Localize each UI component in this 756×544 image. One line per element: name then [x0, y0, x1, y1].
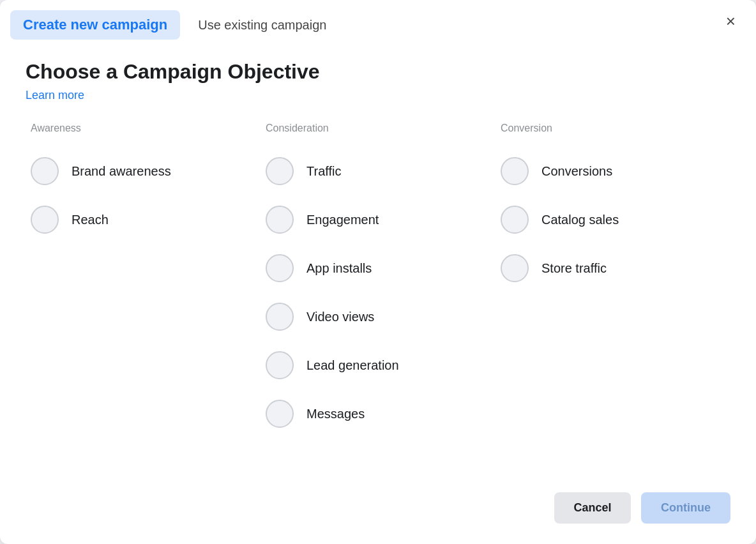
learn-more-link[interactable]: Learn more: [26, 89, 730, 102]
option-lead-generation[interactable]: Lead generation: [261, 344, 495, 387]
option-label-engagement: Engagement: [306, 213, 379, 227]
option-store-traffic[interactable]: Store traffic: [495, 246, 730, 290]
cancel-button[interactable]: Cancel: [554, 492, 631, 524]
radio-reach[interactable]: [31, 206, 59, 234]
dialog-body: Choose a Campaign Objective Learn more A…: [0, 40, 756, 477]
close-button[interactable]: ×: [721, 10, 741, 32]
dialog-header: Create new campaign Use existing campaig…: [0, 0, 756, 40]
option-label-traffic: Traffic: [306, 164, 341, 179]
option-traffic[interactable]: Traffic: [261, 149, 495, 193]
option-label-conversions: Conversions: [541, 164, 612, 179]
radio-lead-generation[interactable]: [266, 351, 294, 379]
column-awareness: Awareness Brand awareness Reach: [26, 123, 261, 462]
column-conversion: Conversion Conversions Catalog sales Sto…: [495, 123, 730, 462]
option-label-app-installs: App installs: [306, 261, 372, 276]
option-label-catalog-sales: Catalog sales: [541, 213, 619, 227]
option-label-messages: Messages: [306, 407, 365, 421]
column-title-conversion: Conversion: [495, 123, 730, 134]
option-engagement[interactable]: Engagement: [261, 198, 495, 241]
option-reach[interactable]: Reach: [26, 198, 261, 241]
option-label-reach: Reach: [72, 213, 109, 227]
column-title-awareness: Awareness: [26, 123, 261, 134]
radio-video-views[interactable]: [266, 303, 294, 331]
option-catalog-sales[interactable]: Catalog sales: [495, 198, 730, 241]
create-campaign-dialog: Create new campaign Use existing campaig…: [0, 0, 756, 544]
radio-app-installs[interactable]: [266, 254, 294, 282]
radio-conversions[interactable]: [501, 157, 529, 185]
option-label-store-traffic: Store traffic: [541, 261, 607, 276]
radio-store-traffic[interactable]: [501, 254, 529, 282]
column-consideration: Consideration Traffic Engagement App ins…: [261, 123, 495, 462]
objectives-grid: Awareness Brand awareness Reach Consider…: [26, 123, 730, 462]
radio-engagement[interactable]: [266, 206, 294, 234]
radio-brand-awareness[interactable]: [31, 157, 59, 185]
radio-messages[interactable]: [266, 400, 294, 428]
section-title: Choose a Campaign Objective: [26, 60, 730, 84]
continue-button[interactable]: Continue: [641, 492, 730, 524]
dialog-footer: Cancel Continue: [0, 477, 756, 544]
radio-catalog-sales[interactable]: [501, 206, 529, 234]
option-label-lead-generation: Lead generation: [306, 358, 399, 373]
tab-use-existing[interactable]: Use existing campaign: [185, 11, 339, 39]
option-messages[interactable]: Messages: [261, 392, 495, 435]
option-video-views[interactable]: Video views: [261, 295, 495, 338]
option-label-video-views: Video views: [306, 310, 374, 324]
option-brand-awareness[interactable]: Brand awareness: [26, 149, 261, 193]
option-conversions[interactable]: Conversions: [495, 149, 730, 193]
tab-create-campaign[interactable]: Create new campaign: [10, 10, 180, 40]
option-label-brand-awareness: Brand awareness: [72, 164, 171, 179]
option-app-installs[interactable]: App installs: [261, 246, 495, 290]
column-title-consideration: Consideration: [261, 123, 495, 134]
radio-traffic[interactable]: [266, 157, 294, 185]
